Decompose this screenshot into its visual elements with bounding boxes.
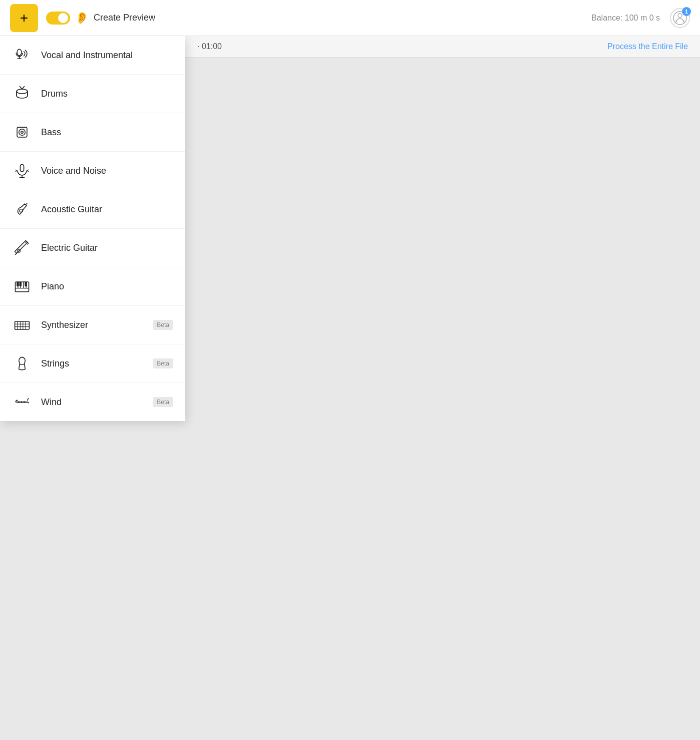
menu-item-wind[interactable]: Wind Beta xyxy=(0,383,185,421)
svg-point-10 xyxy=(19,129,26,136)
menu-item-strings[interactable]: Strings Beta xyxy=(0,344,185,383)
synthesizer-label: Synthesizer xyxy=(41,320,144,330)
add-button[interactable]: + xyxy=(10,4,38,32)
synthesizer-icon xyxy=(12,315,32,335)
svg-rect-25 xyxy=(17,282,19,286)
menu-item-drums[interactable]: Drums xyxy=(0,75,185,113)
vocal-instrumental-icon xyxy=(12,45,32,65)
voice-noise-label: Voice and Noise xyxy=(41,166,173,176)
plus-icon: + xyxy=(20,10,28,26)
menu-item-piano[interactable]: Piano xyxy=(0,267,185,306)
svg-rect-28 xyxy=(15,321,30,329)
create-preview-label: Create Preview xyxy=(94,13,155,23)
process-entire-file-link[interactable]: Process the Entire File xyxy=(607,42,688,51)
acoustic-guitar-icon xyxy=(12,199,32,219)
electric-guitar-label: Electric Guitar xyxy=(41,243,173,253)
menu-item-acoustic-guitar[interactable]: Acoustic Guitar xyxy=(0,190,185,229)
drums-icon xyxy=(12,84,32,104)
content-panel: · 01:00 Process the Entire File xyxy=(185,36,700,740)
drums-label: Drums xyxy=(41,89,173,99)
strings-beta-badge: Beta xyxy=(153,358,173,368)
preview-toggle[interactable] xyxy=(46,12,70,25)
svg-rect-27 xyxy=(25,282,27,286)
voice-noise-icon xyxy=(12,161,32,181)
header-right: Balance: 100 m 0 s 1 xyxy=(591,8,690,28)
svg-line-8 xyxy=(22,87,25,89)
bass-label: Bass xyxy=(41,127,173,138)
piano-label: Piano xyxy=(41,281,173,292)
svg-line-16 xyxy=(26,203,27,205)
content-body xyxy=(185,58,700,740)
svg-rect-26 xyxy=(20,282,22,286)
acoustic-guitar-label: Acoustic Guitar xyxy=(41,204,173,215)
menu-item-synthesizer[interactable]: Synthesizer Beta xyxy=(0,306,185,344)
header: + 👂 Create Preview Balance: 100 m 0 s 1 xyxy=(0,0,700,36)
svg-point-4 xyxy=(17,89,28,94)
ear-icon: 👂 xyxy=(75,12,89,25)
notification-badge: 1 xyxy=(682,7,691,16)
wind-label: Wind xyxy=(41,397,144,408)
vocal-instrumental-label: Vocal and Instrumental xyxy=(41,50,173,61)
strings-label: Strings xyxy=(41,358,144,369)
svg-point-36 xyxy=(18,401,20,403)
wind-beta-badge: Beta xyxy=(153,397,173,407)
electric-guitar-icon xyxy=(12,238,32,258)
dropdown-menu: Vocal and Instrumental Drums xyxy=(0,36,185,421)
strings-icon xyxy=(12,353,32,374)
wind-icon xyxy=(12,392,32,412)
menu-item-vocal-instrumental[interactable]: Vocal and Instrumental xyxy=(0,36,185,75)
menu-item-electric-guitar[interactable]: Electric Guitar xyxy=(0,229,185,267)
menu-item-bass[interactable]: Bass xyxy=(0,113,185,152)
svg-point-1 xyxy=(17,49,22,56)
time-display: · 01:00 xyxy=(197,42,222,51)
svg-point-38 xyxy=(24,401,26,403)
piano-icon xyxy=(12,276,32,296)
svg-point-37 xyxy=(21,401,23,403)
content-top-bar: · 01:00 Process the Entire File xyxy=(185,36,700,58)
main-content: Vocal and Instrumental Drums xyxy=(0,36,700,740)
bass-icon xyxy=(12,122,32,142)
svg-rect-12 xyxy=(20,164,24,171)
toggle-area: 👂 Create Preview xyxy=(46,12,155,25)
svg-line-7 xyxy=(20,87,23,89)
synthesizer-beta-badge: Beta xyxy=(153,320,173,330)
menu-item-voice-noise[interactable]: Voice and Noise xyxy=(0,152,185,190)
user-avatar[interactable]: 1 xyxy=(670,8,690,28)
balance-display: Balance: 100 m 0 s xyxy=(591,14,660,23)
svg-point-11 xyxy=(21,131,24,134)
